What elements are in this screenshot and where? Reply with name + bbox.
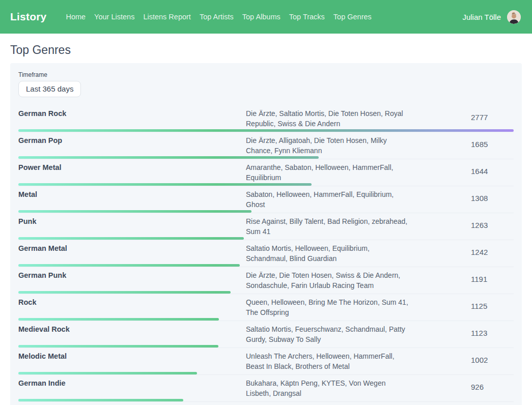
genre-count: 1242 [471, 243, 514, 264]
genre-bar-fill [18, 183, 312, 186]
genre-row[interactable]: German Punk Die Ärzte, Die Toten Hosen, … [18, 267, 514, 294]
nav-links: HomeYour ListensListens ReportTop Artist… [66, 13, 462, 21]
genre-artists: Saltatio Mortis, Helloween, Equilibrium,… [246, 243, 409, 264]
genre-count: 1263 [471, 216, 514, 237]
genre-bar-fill [18, 291, 231, 294]
genre-count: 1191 [471, 270, 514, 291]
genre-bar [18, 129, 514, 132]
genre-row[interactable]: Rock Queen, Helloween, Bring Me The Hori… [18, 294, 514, 321]
genre-name: German Metal [18, 243, 246, 264]
genre-artists: Die Ärzte, Alligatoah, Die Toten Hosen, … [246, 135, 409, 156]
genre-row[interactable]: Punk Rise Against, Billy Talent, Bad Rel… [18, 213, 514, 240]
genre-name: Punk [18, 216, 246, 237]
genre-row[interactable]: German Metal Saltatio Mortis, Helloween,… [18, 240, 514, 267]
top-genres-card: Timeframe Last 365 days German Rock Die … [10, 63, 522, 405]
genre-name: German Punk [18, 270, 246, 291]
genre-count: 2777 [471, 108, 514, 129]
genre-bar [18, 183, 312, 186]
nav-link-top-albums[interactable]: Top Albums [242, 13, 281, 21]
genre-count: 1308 [471, 189, 514, 210]
app-logo[interactable]: Listory [10, 11, 46, 23]
nav-link-home[interactable]: Home [66, 13, 86, 21]
genre-bar-fill [18, 237, 244, 240]
timeframe-filter: Timeframe Last 365 days [18, 71, 514, 97]
main-content: Top Genres Timeframe Last 365 days Germa… [0, 43, 532, 405]
genre-bar [18, 372, 197, 374]
genre-bar [18, 156, 319, 159]
genre-count: 1644 [471, 162, 514, 183]
genre-artists: Die Ärzte, Saltatio Mortis, Die Toten Ho… [246, 108, 409, 129]
navbar: Listory HomeYour ListensListens ReportTo… [0, 0, 532, 34]
genre-bar-fill [18, 264, 240, 267]
genre-row[interactable]: Melodic Metal Unleash The Archers, Hello… [18, 348, 514, 375]
genre-row[interactable]: Metal Sabaton, Helloween, HammerFall, Eq… [18, 186, 514, 213]
genre-name: German Pop [18, 135, 246, 156]
nav-link-top-tracks[interactable]: Top Tracks [289, 13, 325, 21]
user-avatar[interactable] [507, 10, 521, 24]
genre-bar-fill [18, 372, 197, 374]
page-title: Top Genres [10, 43, 522, 57]
user-name: Julian Tölle [462, 13, 501, 21]
nav-link-top-artists[interactable]: Top Artists [200, 13, 234, 21]
genre-name: Melodic Metal [18, 351, 246, 371]
user-menu[interactable]: Julian Tölle [462, 10, 521, 24]
genre-artists: Unleash The Archers, Helloween, HammerFa… [246, 351, 409, 371]
genre-bar-fill [18, 345, 218, 348]
genre-name: Medieval Rock [18, 324, 246, 344]
genre-row[interactable]: Power Metal Amaranthe, Sabaton, Hellowee… [18, 159, 514, 186]
genre-count: 1123 [471, 324, 514, 344]
nav-link-listens-report[interactable]: Listens Report [143, 13, 191, 21]
genre-bar [18, 318, 219, 321]
nav-link-your-listens[interactable]: Your Listens [94, 13, 134, 21]
genre-bar [18, 210, 251, 213]
genre-bar-fill [18, 129, 514, 132]
genre-bar-fill [18, 399, 183, 401]
nav-link-top-genres[interactable]: Top Genres [333, 13, 372, 21]
genre-artists: Sabaton, Helloween, HammerFall, Equilibr… [246, 189, 409, 210]
genre-bar-fill [18, 210, 251, 213]
genre-bar [18, 399, 183, 401]
genre-bar-fill [18, 318, 219, 321]
genre-name: Metal [18, 189, 246, 210]
genre-row[interactable]: German Pop Die Ärzte, Alligatoah, Die To… [18, 132, 514, 159]
genre-name: German Indie [18, 378, 246, 398]
genre-artists: Die Ärzte, Die Toten Hosen, Swiss & Die … [246, 270, 409, 291]
genre-row[interactable]: Medieval Rock Saltatio Mortis, Feuerschw… [18, 321, 514, 348]
genre-bar [18, 291, 231, 294]
genre-name: Rock [18, 297, 246, 317]
genre-bar [18, 345, 218, 348]
avatar-photo-icon [507, 10, 521, 24]
genre-bar [18, 264, 240, 267]
genre-bar [18, 237, 244, 240]
genre-count: 926 [471, 378, 514, 398]
genre-count: 1685 [471, 135, 514, 156]
genres-table: German Rock Die Ärzte, Saltatio Mortis, … [18, 105, 514, 402]
genre-name: Power Metal [18, 162, 246, 183]
timeframe-select[interactable]: Last 365 days [18, 81, 81, 97]
genre-count: 1125 [471, 297, 514, 317]
genre-artists: Bukahara, Käptn Peng, KYTES, Von Wegen L… [246, 378, 409, 398]
genre-artists: Amaranthe, Sabaton, Helloween, HammerFal… [246, 162, 409, 183]
genre-name: German Rock [18, 108, 246, 129]
genre-row[interactable]: German Rock Die Ärzte, Saltatio Mortis, … [18, 105, 514, 132]
genre-row[interactable]: German Indie Bukahara, Käptn Peng, KYTES… [18, 375, 514, 402]
timeframe-label: Timeframe [18, 71, 514, 78]
genre-artists: Rise Against, Billy Talent, Bad Religion… [246, 216, 409, 237]
genre-artists: Saltatio Mortis, Feuerschwanz, Schandmau… [246, 324, 409, 344]
genre-count: 1002 [471, 351, 514, 371]
genre-bar-fill [18, 156, 319, 159]
genre-artists: Queen, Helloween, Bring Me The Horizon, … [246, 297, 409, 317]
